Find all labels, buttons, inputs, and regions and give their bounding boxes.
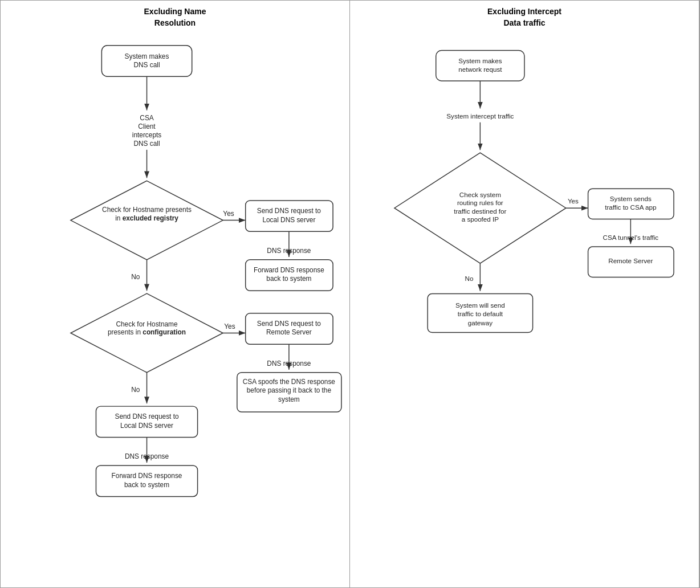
- box5-text2: Local DNS server: [120, 422, 173, 430]
- r-box1-text1: System sends: [610, 195, 652, 202]
- box6-text2: back to system: [124, 481, 169, 489]
- box5-text1: Send DNS request to: [115, 413, 178, 420]
- r-default-gw-text1: System will send: [455, 301, 505, 309]
- right-panel-title: Excluding Intercept Data traffic: [356, 6, 693, 28]
- r-diamond-text3: traffic destined for: [454, 207, 506, 215]
- label-csa4: DNS call: [133, 140, 160, 148]
- r-yes-label: Yes: [568, 198, 579, 205]
- no1-label: No: [131, 273, 140, 281]
- left-panel-title: Excluding Name Resolution: [6, 6, 344, 28]
- start-text: System makes: [125, 52, 169, 60]
- r-default-gw-text3: gateway: [468, 319, 493, 326]
- box3-text2: Remote Server: [266, 329, 312, 337]
- left-panel: Excluding Name Resolution System makes D…: [1, 1, 350, 587]
- r-start-text1: System makes: [458, 57, 502, 64]
- diamond2-text2: presents in configuration: [108, 329, 186, 337]
- r-box1-text2: traffic to CSA app: [605, 203, 656, 211]
- box6-text1: Forward DNS response: [112, 472, 182, 480]
- box1-text1: Send DNS request to: [257, 207, 321, 215]
- box1-text2: Local DNS server: [262, 216, 315, 224]
- diamond2-text1: Check for Hostname: [116, 320, 177, 328]
- box4-text2: before passing it back to the: [247, 387, 332, 395]
- r-no-label: No: [465, 275, 474, 282]
- label-csa3: intercepts: [132, 131, 161, 139]
- r-start-text2: network requst: [458, 66, 502, 74]
- r-diamond-text2: routing rules for: [457, 199, 503, 206]
- label-csa2: Client: [138, 122, 156, 130]
- r-label1: System intercept traffic: [446, 112, 514, 120]
- box4-text1: CSA spoofs the DNS response: [243, 378, 336, 386]
- dns-response1: DNS response: [267, 247, 311, 255]
- diamond1-text1: Check for Hostname presents: [102, 206, 192, 214]
- box3-text1: Send DNS request to: [257, 320, 321, 328]
- yes1-label: Yes: [223, 210, 234, 218]
- r-default-gw-text2: traffic to default: [458, 311, 503, 318]
- box2-text2: back to system: [266, 275, 311, 283]
- box2-text1: Forward DNS response: [254, 266, 324, 274]
- dns-response2: DNS response: [267, 360, 311, 368]
- diamond1-text2: in excluded registry: [115, 214, 178, 222]
- yes2-label: Yes: [224, 322, 235, 330]
- r-diamond-text4: a spoofed IP: [462, 216, 499, 223]
- right-panel: Excluding Intercept Data traffic System …: [350, 1, 699, 587]
- start-text2: DNS call: [133, 62, 160, 70]
- dns-response3: DNS response: [125, 452, 169, 460]
- label-csa: CSA: [140, 115, 153, 122]
- box4-text3: system: [278, 395, 300, 403]
- r-remote-text: Remote Server: [608, 257, 653, 264]
- r-diamond-text1: Check system: [459, 191, 501, 198]
- no2-label: No: [131, 386, 140, 394]
- r-tunnel-label: CSA tunnel's traffic: [603, 234, 659, 242]
